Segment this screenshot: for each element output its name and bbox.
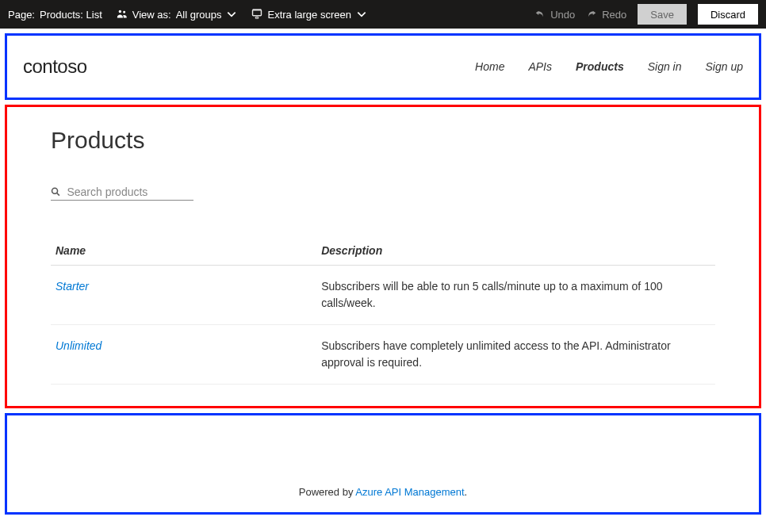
- toolbar-left: Page: Products: List View as: All groups…: [8, 9, 367, 21]
- svg-line-2: [57, 193, 59, 196]
- footer-link[interactable]: Azure API Management: [355, 486, 464, 498]
- svg-point-1: [52, 188, 58, 193]
- view-as-value: All groups: [176, 9, 222, 21]
- nav-products[interactable]: Products: [576, 60, 624, 73]
- search-input[interactable]: [67, 186, 193, 198]
- table-row: Unlimited Subscribers have completely un…: [51, 325, 715, 385]
- nav-signup[interactable]: Sign up: [706, 60, 743, 73]
- product-description: Subscribers have completely unlimited ac…: [316, 325, 715, 385]
- svg-rect-0: [253, 10, 262, 16]
- redo-button[interactable]: Redo: [586, 9, 626, 21]
- search-box[interactable]: [51, 186, 193, 201]
- table-row: Starter Subscribers will be able to run …: [51, 266, 715, 325]
- screen-size-label: Extra large screen: [267, 9, 351, 21]
- chevron-down-icon: [226, 9, 237, 20]
- nav-apis[interactable]: APIs: [528, 60, 552, 73]
- header-inner: contoso Home APIs Products Sign in Sign …: [7, 36, 759, 98]
- footer-suffix: .: [465, 486, 468, 498]
- nav-signin[interactable]: Sign in: [648, 60, 682, 73]
- people-icon: [117, 9, 128, 20]
- products-table: Name Description Starter Subscribers wil…: [51, 236, 715, 385]
- undo-button[interactable]: Undo: [534, 9, 575, 21]
- redo-icon: [586, 9, 597, 20]
- page-label: Products: List: [40, 9, 102, 21]
- col-description: Description: [316, 236, 715, 266]
- save-button[interactable]: Save: [638, 4, 687, 25]
- search-icon: [51, 186, 60, 197]
- view-as-prefix: View as:: [132, 9, 171, 21]
- undo-icon: [534, 9, 546, 20]
- nav-home[interactable]: Home: [475, 60, 504, 73]
- redo-label: Redo: [602, 9, 626, 21]
- discard-button[interactable]: Discard: [698, 4, 758, 25]
- footer-prefix: Powered by: [299, 486, 356, 498]
- page-label-prefix: Page:: [8, 9, 35, 21]
- brand-logo[interactable]: contoso: [23, 55, 87, 78]
- editor-toolbar: Page: Products: List View as: All groups…: [0, 0, 766, 29]
- screen-size-selector[interactable]: Extra large screen: [251, 9, 367, 21]
- page-title: Products: [51, 127, 715, 154]
- chevron-down-icon: [356, 9, 367, 20]
- col-name: Name: [51, 236, 316, 266]
- undo-label: Undo: [550, 9, 575, 21]
- product-description: Subscribers will be able to run 5 calls/…: [316, 266, 715, 325]
- view-as-selector[interactable]: View as: All groups: [117, 9, 238, 21]
- content-region[interactable]: Products Name Description Starter Subscr…: [5, 105, 761, 408]
- page-breadcrumb[interactable]: Page: Products: List: [8, 9, 102, 21]
- top-nav: Home APIs Products Sign in Sign up: [475, 60, 743, 73]
- product-link[interactable]: Unlimited: [56, 339, 101, 352]
- monitor-icon: [251, 9, 262, 20]
- header-region[interactable]: contoso Home APIs Products Sign in Sign …: [5, 33, 761, 100]
- product-link[interactable]: Starter: [56, 280, 89, 293]
- footer-text: Powered by Azure API Management.: [299, 486, 467, 498]
- footer-region[interactable]: Powered by Azure API Management.: [5, 413, 761, 515]
- toolbar-right: Undo Redo Save Discard: [534, 4, 758, 25]
